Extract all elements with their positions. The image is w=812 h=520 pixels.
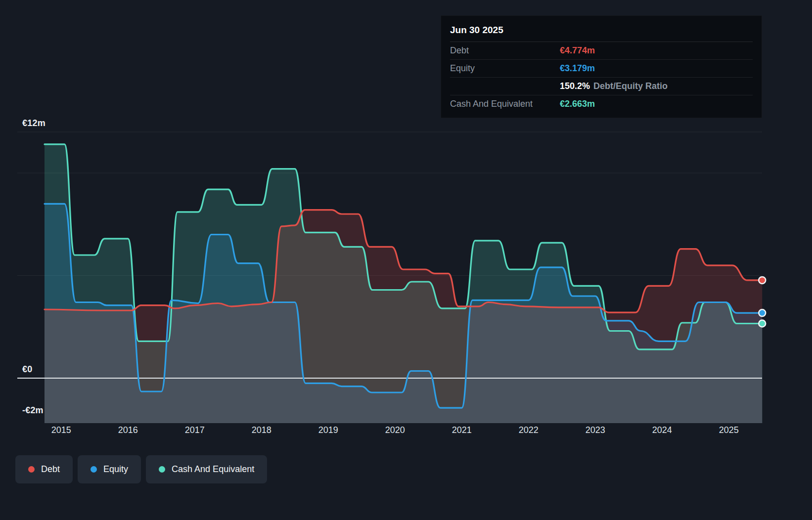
tooltip: Jun 30 2025 Debt €4.774m Equity €3.179m … (441, 15, 762, 118)
x-axis-label: 2020 (385, 425, 405, 435)
legend-label: Equity (103, 464, 128, 475)
tooltip-ratio-value: 150.2%Debt/Equity Ratio (560, 81, 668, 91)
tooltip-equity-value: €3.179m (560, 63, 595, 74)
x-axis-label: 2016 (118, 425, 138, 435)
tooltip-row-cash: Cash And Equivalent €2.663m (450, 95, 753, 113)
legend-label: Cash And Equivalent (172, 464, 254, 475)
equity-end-marker[interactable] (759, 309, 766, 316)
tooltip-date: Jun 30 2025 (450, 20, 753, 42)
tooltip-cash-value: €2.663m (560, 99, 595, 109)
x-axis-label: 2025 (719, 425, 739, 435)
legend-item-debt[interactable]: Debt (15, 455, 73, 483)
ratio-percent: 150.2% (560, 81, 590, 91)
x-axis-label: 2017 (185, 425, 205, 435)
y-axis-label: €12m (22, 118, 45, 129)
x-axis: 2015201620172018201920202021202220232024… (0, 425, 812, 439)
chart-legend: DebtEquityCash And Equivalent (15, 455, 267, 483)
equity-legend-dot-icon (90, 466, 97, 473)
debt-end-marker[interactable] (759, 277, 766, 284)
cash-end-marker[interactable] (759, 320, 766, 327)
y-axis-label: €0 (22, 364, 32, 375)
y-axis-label: -€2m (22, 405, 44, 416)
tooltip-cash-label: Cash And Equivalent (450, 99, 560, 109)
tooltip-equity-label: Equity (450, 63, 560, 74)
x-axis-label: 2015 (51, 425, 71, 435)
cash-legend-dot-icon (159, 466, 165, 473)
legend-item-cash[interactable]: Cash And Equivalent (146, 455, 267, 483)
x-axis-label: 2021 (452, 425, 472, 435)
debt-legend-dot-icon (28, 466, 35, 473)
tooltip-row-debt: Debt €4.774m (450, 42, 753, 60)
legend-label: Debt (41, 464, 60, 475)
x-axis-label: 2022 (519, 425, 539, 435)
x-axis-label: 2023 (586, 425, 605, 435)
tooltip-row-ratio: 150.2%Debt/Equity Ratio (450, 78, 753, 95)
legend-item-equity[interactable]: Equity (78, 455, 141, 483)
ratio-label: Debt/Equity Ratio (593, 81, 668, 91)
tooltip-debt-value: €4.774m (560, 45, 595, 56)
x-axis-label: 2019 (318, 425, 338, 435)
x-axis-label: 2024 (652, 425, 672, 435)
x-axis-label: 2018 (252, 425, 271, 435)
tooltip-debt-label: Debt (450, 45, 560, 56)
tooltip-row-equity: Equity €3.179m (450, 60, 753, 78)
